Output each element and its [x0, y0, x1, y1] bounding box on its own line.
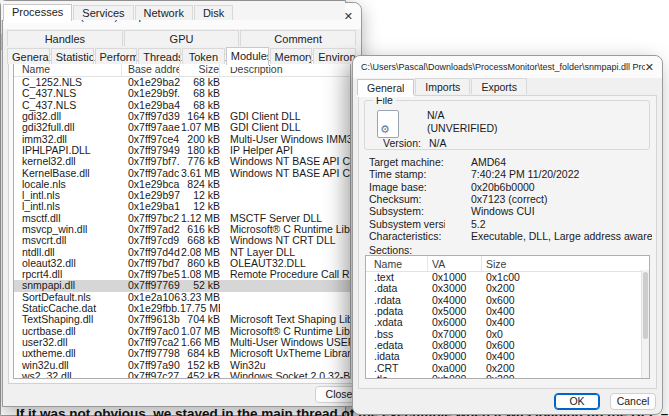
tab-gpu[interactable]: GPU: [124, 30, 240, 46]
cell: 0x400: [482, 351, 649, 362]
cell: 1.66 MB: [180, 337, 220, 348]
cell: 0x1000: [428, 272, 482, 283]
module-row[interactable]: user32.dll0x7ff97ca2...1.66 MBMulti-User…: [14, 337, 350, 348]
cell: Subsystem:: [369, 205, 445, 217]
tab-comment[interactable]: Comment: [240, 30, 356, 46]
field-row[interactable]: Subsystem:Windows CUI: [369, 205, 652, 217]
cell: StaticCache.dat: [14, 303, 122, 314]
section-row[interactable]: .data0x30000x200: [366, 283, 649, 294]
tab-imports[interactable]: Imports: [415, 78, 470, 94]
module-row[interactable]: locale.nls0x1e29bca...824 kB: [14, 179, 350, 190]
field-row[interactable]: Target machine:AMD64: [369, 156, 652, 168]
section-row[interactable]: .tls0xb0000x200: [366, 374, 649, 378]
cell: 0x200: [482, 374, 649, 378]
tab-threads[interactable]: Threads: [138, 48, 181, 64]
cell: 616 kB: [180, 224, 220, 235]
module-row[interactable]: msvcp_win.dll0x7ff97ad2...616 kBMicrosof…: [14, 224, 350, 235]
cell: l_intl.nls: [14, 201, 122, 212]
tab-exports[interactable]: Exports: [471, 78, 527, 94]
module-row[interactable]: win32u.dll0x7ff97a90...152 kBWin32u: [14, 359, 350, 370]
scrollbar-thumb[interactable]: [643, 272, 648, 339]
field-row[interactable]: Checksum:0x7123 (correct): [369, 193, 652, 205]
module-row[interactable]: C_437.NLS0x1e29ba4...68 kB: [14, 100, 350, 111]
column-header-va[interactable]: VA: [428, 256, 482, 271]
tab-modules[interactable]: Modules: [226, 47, 269, 65]
cell: win32u.dll: [14, 360, 122, 371]
sections-table-header[interactable]: NameVASize: [366, 256, 649, 272]
tab-memory[interactable]: Memory: [270, 48, 313, 64]
cell: 0x8000: [428, 340, 482, 351]
cell: 68 kB: [180, 88, 220, 99]
column-header-size[interactable]: Size: [482, 256, 649, 271]
module-row[interactable]: uxtheme.dll0x7ff97798...684 kBMicrosoft …: [14, 348, 350, 359]
module-row[interactable]: SortDefault.nls0x1e2a106...3.23 MB: [14, 292, 350, 303]
section-row[interactable]: .CRT0xa0000x200: [366, 362, 649, 373]
cell: 824 kB: [180, 179, 220, 190]
module-row[interactable]: ntdll.dll0x7ff97d4d...2.08 MBNT Layer DL…: [14, 246, 350, 257]
section-row[interactable]: .rdata0x40000x600: [366, 295, 649, 306]
module-row[interactable]: imm32.dll0x7ff97ce4...200 kBMulti-User W…: [14, 133, 350, 144]
column-header-name[interactable]: Name: [366, 256, 428, 271]
section-row[interactable]: .idata0x90000x400: [366, 351, 649, 362]
tab-network[interactable]: Network: [135, 5, 193, 20]
cell: 0x1e29bca...: [122, 179, 180, 190]
module-row[interactable]: KernelBase.dll0x7ff97adc...3.61 MBWindow…: [14, 167, 350, 178]
field-row[interactable]: Time stamp:7:40:24 PM 11/20/2022: [369, 168, 652, 180]
cell: oleaut32.dll: [14, 258, 122, 269]
section-row[interactable]: .edata0x80000x600: [366, 340, 649, 351]
field-row[interactable]: Characteristics:Executable, DLL, Large a…: [369, 230, 652, 242]
file-name-value: N/A: [427, 109, 445, 121]
close-icon[interactable]: ✕: [645, 61, 654, 74]
tab-environment[interactable]: Environment: [313, 48, 356, 64]
close-icon[interactable]: ✕: [344, 10, 353, 23]
module-row[interactable]: C_437.NLS0x1e29b9f...68 kB: [14, 88, 350, 99]
section-row[interactable]: .pdata0x50000x400: [366, 306, 649, 317]
dialog-titlebar[interactable]: C:\Users\Pascal\Downloads\ProcessMonitor…: [353, 56, 662, 78]
module-row[interactable]: ucrtbase.dll0x7ff97ac0...1.07 MBMicrosof…: [14, 326, 350, 337]
tab-services[interactable]: Services: [73, 5, 133, 20]
tab-general[interactable]: General: [7, 48, 50, 64]
cell: 0x7ff97bc2...: [122, 213, 180, 224]
tab-processes[interactable]: Processes: [3, 4, 72, 21]
cell: 0x1c00: [482, 272, 649, 283]
section-row[interactable]: .text0x10000x1c00: [366, 272, 649, 283]
cell: 0x400: [482, 317, 649, 328]
cell: Win32u: [220, 360, 350, 371]
module-row[interactable]: C_1252.NLS0x1e29ba2...68 kB: [14, 77, 350, 88]
module-row[interactable]: StaticCache.dat0x1e29fbb...17.75 MB: [14, 303, 350, 314]
module-row[interactable]: ws2_32.dll0x7ff97c27...452 kBWindows Soc…: [14, 371, 350, 378]
cell: Target machine:: [369, 156, 445, 168]
cell: 0x7ff97be5...: [122, 269, 180, 280]
tab-disk[interactable]: Disk: [194, 5, 233, 20]
cell: 0x600: [482, 340, 649, 351]
field-row[interactable]: Image base:0x20b6b0000: [369, 181, 652, 193]
cell: 0x1e29b97...: [122, 190, 180, 201]
module-row[interactable]: msctf.dll0x7ff97bc2...1.12 MBMSCTF Serve…: [14, 213, 350, 224]
tab-general[interactable]: General: [357, 79, 414, 95]
module-row[interactable]: IPHLPAPI.DLL0x7ff97949...180 kBIP Helper…: [14, 145, 350, 156]
tab-token[interactable]: Token: [182, 48, 225, 64]
module-row[interactable]: kernel32.dll0x7ff97bf7...776 kBWindows N…: [14, 156, 350, 167]
module-row[interactable]: TextShaping.dll0x7ff9613b...704 kBMicros…: [14, 314, 350, 325]
section-row[interactable]: .bss0x70000x0: [366, 328, 649, 339]
field-row[interactable]: Subsystem version:5.2: [369, 217, 652, 229]
module-row[interactable]: oleaut32.dll0x7ff97bd7...860 kBOLEAUT32.…: [14, 258, 350, 269]
module-row[interactable]: gdi32.dll0x7ff97d39...164 kBGDI Client D…: [14, 111, 350, 122]
module-row[interactable]: l_intl.nls0x1e29ba1...12 kB: [14, 201, 350, 212]
cell: kernel32.dll: [14, 156, 122, 167]
module-row[interactable]: msvcrt.dll0x7ff97cd9...668 kBWindows NT …: [14, 235, 350, 246]
cell: .edata: [366, 340, 428, 351]
cell: 0x7ff97798...: [122, 348, 180, 359]
cancel-button[interactable]: Cancel: [610, 393, 656, 410]
ok-button[interactable]: OK: [554, 393, 600, 410]
general-tab-panel: File N/A (UNVERIFIED) Version: N/A Targe…: [358, 95, 657, 389]
module-row[interactable]: snmpapi.dll0x7ff97769...52 kB: [14, 280, 350, 291]
module-row[interactable]: rpcrt4.dll0x7ff97be5...1.08 MBRemote Pro…: [14, 269, 350, 280]
tab-performance[interactable]: Performance: [95, 48, 138, 64]
tab-handles[interactable]: Handles: [7, 30, 123, 46]
tab-statistics[interactable]: Statistics: [51, 48, 94, 64]
module-row[interactable]: l_intl.nls0x1e29b97...12 kB: [14, 190, 350, 201]
sections-scrollbar[interactable]: [641, 270, 649, 378]
section-row[interactable]: .xdata0x60000x400: [366, 317, 649, 328]
module-row[interactable]: gdi32full.dll0x7ff97aae...1.07 MBGDI Cli…: [14, 122, 350, 133]
